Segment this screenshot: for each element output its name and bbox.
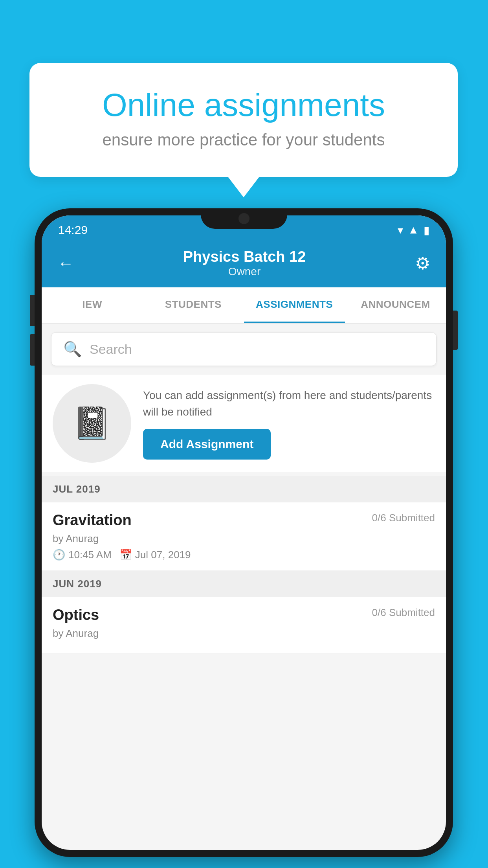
wifi-icon: ▾	[398, 224, 403, 237]
assignment-submitted-optics: 0/6 Submitted	[372, 607, 435, 619]
promo-icon-wrapper: 📓	[53, 384, 131, 463]
bubble-title: Online assignments	[61, 86, 426, 123]
tab-announcements[interactable]: ANNOUNCEM	[345, 287, 446, 323]
speech-bubble-wrapper: Online assignments ensure more practice …	[29, 63, 458, 177]
assignment-name-optics: Optics	[53, 607, 99, 623]
add-assignment-button[interactable]: Add Assignment	[143, 429, 271, 460]
phone-container: 14:29 ▾ ▲ ▮ ← Physics Batch 12 Owner ⚙	[35, 208, 453, 857]
phone-screen: 14:29 ▾ ▲ ▮ ← Physics Batch 12 Owner ⚙	[42, 215, 446, 850]
volume-down-button	[30, 334, 35, 366]
screen-inner: 14:29 ▾ ▲ ▮ ← Physics Batch 12 Owner ⚙	[42, 215, 446, 850]
header-center: Physics Batch 12 Owner	[74, 248, 415, 278]
front-camera	[238, 213, 250, 224]
bubble-subtitle: ensure more practice for your students	[61, 131, 426, 149]
tabs-bar: IEW STUDENTS ASSIGNMENTS ANNOUNCEM	[42, 287, 446, 324]
assignment-time: 🕐 10:45 AM	[53, 549, 112, 561]
assignment-item-gravitation[interactable]: Gravitation 0/6 Submitted by Anurag 🕐 10…	[42, 502, 446, 571]
assignment-date: 📅 Jul 07, 2019	[119, 549, 191, 561]
promo-text-area: You can add assignment(s) from here and …	[143, 387, 435, 460]
back-button[interactable]: ←	[57, 254, 74, 273]
assignment-item-optics[interactable]: Optics 0/6 Submitted by Anurag	[42, 597, 446, 653]
speech-bubble: Online assignments ensure more practice …	[29, 63, 458, 177]
tab-assignments[interactable]: ASSIGNMENTS	[244, 287, 345, 323]
assignment-name-gravitation: Gravitation	[53, 512, 132, 529]
section-header-jul: JUL 2019	[42, 476, 446, 502]
tab-students[interactable]: STUDENTS	[143, 287, 244, 323]
assignment-top-optics: Optics 0/6 Submitted	[53, 607, 435, 623]
tab-iew[interactable]: IEW	[42, 287, 143, 323]
promo-description: You can add assignment(s) from here and …	[143, 387, 435, 420]
notebook-icon: 📓	[72, 405, 112, 442]
status-time: 14:29	[58, 223, 88, 237]
phone-frame: 14:29 ▾ ▲ ▮ ← Physics Batch 12 Owner ⚙	[35, 208, 453, 857]
gear-icon[interactable]: ⚙	[415, 253, 430, 273]
promo-card: 📓 You can add assignment(s) from here an…	[42, 375, 446, 472]
status-icons: ▾ ▲ ▮	[398, 224, 429, 237]
assignment-datetime-gravitation: 🕐 10:45 AM 📅 Jul 07, 2019	[53, 549, 435, 561]
search-bar[interactable]: 🔍 Search	[51, 332, 437, 366]
signal-icon: ▲	[408, 224, 419, 236]
assignment-submitted-gravitation: 0/6 Submitted	[372, 512, 435, 524]
battery-icon: ▮	[424, 224, 429, 237]
header-title: Physics Batch 12	[74, 248, 415, 265]
section-header-jun: JUN 2019	[42, 571, 446, 597]
clock-icon: 🕐	[53, 549, 65, 561]
search-icon: 🔍	[63, 340, 82, 358]
header-subtitle: Owner	[74, 265, 415, 278]
assignment-top: Gravitation 0/6 Submitted	[53, 512, 435, 529]
search-input[interactable]: Search	[90, 342, 132, 357]
calendar-icon: 📅	[119, 549, 132, 561]
app-header: ← Physics Batch 12 Owner ⚙	[42, 240, 446, 287]
power-button	[453, 311, 458, 350]
phone-notch	[201, 208, 287, 229]
assignment-meta-gravitation: by Anurag	[53, 533, 435, 545]
assignment-meta-optics: by Anurag	[53, 627, 435, 640]
volume-up-button	[30, 295, 35, 326]
